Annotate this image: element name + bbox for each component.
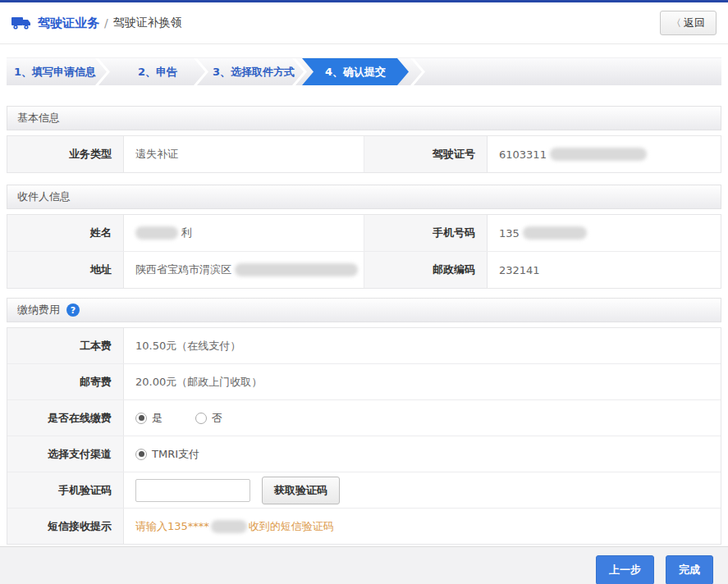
radio-tmri-label: TMRI支付 [152,447,199,462]
page-header: 驾驶证业务 / 驾驶证补换领 〈 返回 [0,2,728,44]
step-1: 1、填写申请信息 [7,58,103,85]
section-title: 基本信息 [17,111,60,125]
address-value: 陕西省宝鸡市渭滨区 [124,252,364,288]
recipient-info-table: 姓名 利 手机号码 135 地址 陕西省宝鸡市渭滨区 邮政编码 232141 [7,214,721,289]
get-code-button[interactable]: 获取验证码 [262,477,340,504]
step-2: 2、申告 [110,58,205,85]
redaction-blur [135,226,178,240]
sms-code-input[interactable] [135,479,250,502]
back-button-label: 返回 [684,16,705,30]
breadcrumb-separator: / [104,16,108,30]
redaction-blur [235,263,358,276]
production-fee-value: 10.50元（在线支付） [124,328,721,363]
business-type-label: 业务类型 [7,136,124,172]
production-fee-label: 工本费 [7,328,124,363]
step-3: 3、选择取件方式 [208,58,299,85]
business-type-value: 遗失补证 [124,136,364,172]
name-value: 利 [124,215,364,251]
radio-yes-label: 是 [152,411,163,426]
step-4-active: 4、确认提交 [302,58,409,85]
table-row: 手机验证码 获取验证码 [7,472,721,509]
postcode-label: 邮政编码 [364,252,488,288]
phone-label: 手机号码 [364,215,488,251]
truck-icon [11,16,31,30]
radio-no-label: 否 [212,411,222,426]
license-no-value: 6103311 [488,136,721,172]
table-row: 短信接收提示 请输入135**** 收到的短信验证码 [7,509,721,544]
section-header-basic-info: 基本信息 [7,106,721,130]
name-label: 姓名 [7,215,124,251]
pay-channel-option: TMRI支付 [124,436,721,472]
table-row: 地址 陕西省宝鸡市渭滨区 邮政编码 232141 [7,252,721,288]
back-button[interactable]: 〈 返回 [660,11,717,35]
table-row: 邮寄费 20.00元（邮政上门收取） [7,364,721,400]
mailing-fee-label: 邮寄费 [7,364,124,399]
sms-hint-label: 短信接收提示 [7,509,124,544]
phone-value: 135 [488,215,721,251]
table-row: 工本费 10.50元（在线支付） [7,328,721,364]
pay-channel-label: 选择支付渠道 [7,436,124,472]
section-title: 收件人信息 [17,189,71,204]
footer-action-bar: 上一步 完成 [0,546,728,584]
redaction-blur [523,226,587,240]
radio-tmri[interactable] [135,449,147,460]
basic-info-table: 业务类型 遗失补证 驾驶证号 6103311 [7,135,721,173]
license-no-label: 驾驶证号 [364,136,488,172]
table-row: 是否在线缴费 是 否 [7,400,721,436]
help-icon[interactable]: ? [66,303,80,317]
section-header-recipient-info: 收件人信息 [7,185,721,209]
address-label: 地址 [7,252,124,288]
table-row: 业务类型 遗失补证 驾驶证号 6103311 [7,136,721,172]
breadcrumb-current: 驾驶证补换领 [113,16,182,30]
step-wizard-bar: 1、填写申请信息 2、申告 3、选择取件方式 4、确认提交 [7,57,721,85]
postcode-value: 232141 [488,252,721,288]
section-title: 缴纳费用 [17,303,60,317]
sms-code-field: 获取验证码 [124,472,721,508]
sms-code-label: 手机验证码 [7,472,124,508]
pay-online-label: 是否在线缴费 [7,400,124,436]
table-row: 姓名 利 手机号码 135 [7,215,721,252]
sms-hint-value: 请输入135**** 收到的短信验证码 [124,509,721,544]
mailing-fee-value: 20.00元（邮政上门收取） [124,364,721,399]
section-header-fees: 缴纳费用 ? [7,298,721,322]
pay-online-options: 是 否 [124,400,721,436]
table-row: 选择支付渠道 TMRI支付 [7,436,721,472]
step-arrow-icon [410,58,425,85]
back-chevron-icon: 〈 [671,16,681,30]
finish-button[interactable]: 完成 [666,555,713,584]
redaction-blur [211,520,247,533]
radio-no[interactable] [195,413,207,424]
redaction-blur [550,148,647,161]
page-title: 驾驶证业务 [38,16,99,31]
radio-yes[interactable] [135,413,147,424]
fees-table: 工本费 10.50元（在线支付） 邮寄费 20.00元（邮政上门收取） 是否在线… [7,327,721,545]
previous-step-button[interactable]: 上一步 [596,555,654,584]
